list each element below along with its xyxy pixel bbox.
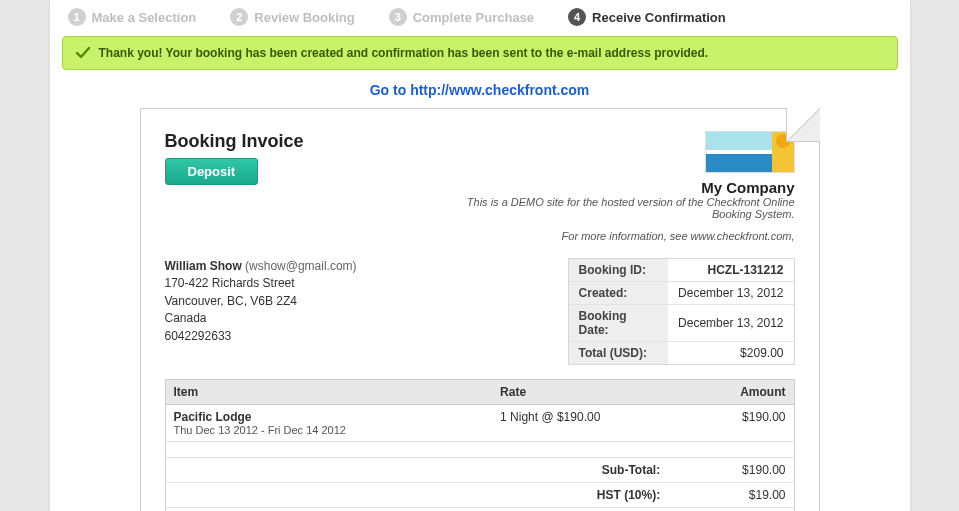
step-label: Complete Purchase — [413, 10, 534, 25]
items-table: Item Rate Amount Pacific Lodge Thu Dec 1… — [165, 379, 795, 511]
success-banner: Thank you! Your booking has been created… — [62, 36, 898, 70]
invoice-header: Booking Invoice Deposit My Company This … — [165, 131, 795, 242]
booking-meta-table: Booking ID:HCZL-131212 Created:December … — [568, 258, 795, 365]
total-label: Total: — [165, 508, 668, 512]
step-1: 1 Make a Selection — [68, 8, 197, 26]
item-rate: 1 Night @ $190.00 — [492, 405, 668, 442]
banner-text: Thank you! Your booking has been created… — [99, 46, 709, 60]
step-number: 3 — [389, 8, 407, 26]
col-item: Item — [165, 380, 492, 405]
customer-email: (wshow@gmail.com) — [245, 259, 357, 273]
step-number: 1 — [68, 8, 86, 26]
step-number: 2 — [230, 8, 248, 26]
step-number: 4 — [568, 8, 586, 26]
col-amount: Amount — [668, 380, 794, 405]
customer-addr2: Vancouver, BC, V6B 2Z4 — [165, 293, 357, 310]
page: 1 Make a Selection 2 Review Booking 3 Co… — [50, 0, 910, 511]
tax-label: HST (10%): — [165, 483, 668, 508]
check-icon — [75, 45, 91, 61]
company-desc: This is a DEMO site for the hosted versi… — [435, 196, 795, 220]
step-nav: 1 Make a Selection 2 Review Booking 3 Co… — [50, 0, 910, 36]
meta-key: Booking Date: — [568, 305, 668, 342]
tax-value: $19.00 — [668, 483, 794, 508]
booking-date: December 13, 2012 — [668, 305, 794, 342]
company-block: My Company This is a DEMO site for the h… — [435, 131, 795, 242]
company-name: My Company — [435, 179, 795, 196]
customer-country: Canada — [165, 310, 357, 327]
booking-id: HCZL-131212 — [668, 259, 794, 282]
table-row: Pacific Lodge Thu Dec 13 2012 - Fri Dec … — [165, 405, 794, 442]
deposit-button[interactable]: Deposit — [165, 158, 259, 185]
step-label: Review Booking — [254, 10, 354, 25]
subtotal-label: Sub-Total: — [165, 458, 668, 483]
company-info: For more information, see www.checkfront… — [435, 230, 795, 242]
invoice-title: Booking Invoice — [165, 131, 304, 152]
col-rate: Rate — [492, 380, 668, 405]
item-amount: $190.00 — [668, 405, 794, 442]
meta-row: William Show (wshow@gmail.com) 170-422 R… — [165, 258, 795, 365]
customer-phone: 6042292633 — [165, 328, 357, 345]
step-4: 4 Receive Confirmation — [568, 8, 726, 26]
page-fold-icon — [786, 108, 820, 142]
subtotal-value: $190.00 — [668, 458, 794, 483]
goto-prefix: Go to — [370, 82, 410, 98]
step-3: 3 Complete Purchase — [389, 8, 534, 26]
item-name: Pacific Lodge — [174, 410, 485, 424]
invoice-title-block: Booking Invoice Deposit — [165, 131, 304, 185]
goto-link[interactable]: http://www.checkfront.com — [410, 82, 589, 98]
company-logo — [705, 131, 795, 173]
created-date: December 13, 2012 — [668, 282, 794, 305]
step-label: Make a Selection — [92, 10, 197, 25]
meta-key: Booking ID: — [568, 259, 668, 282]
step-2: 2 Review Booking — [230, 8, 354, 26]
customer-block: William Show (wshow@gmail.com) 170-422 R… — [165, 258, 357, 345]
invoice: Booking Invoice Deposit My Company This … — [140, 108, 820, 511]
customer-addr1: 170-422 Richards Street — [165, 275, 357, 292]
meta-key: Total (USD): — [568, 342, 668, 365]
meta-key: Created: — [568, 282, 668, 305]
goto-link-line: Go to http://www.checkfront.com — [50, 70, 910, 108]
meta-total: $209.00 — [668, 342, 794, 365]
item-dates: Thu Dec 13 2012 - Fri Dec 14 2012 — [174, 424, 485, 436]
customer-name: William Show — [165, 259, 242, 273]
total-value: $209.00 — [668, 508, 794, 512]
step-label: Receive Confirmation — [592, 10, 726, 25]
